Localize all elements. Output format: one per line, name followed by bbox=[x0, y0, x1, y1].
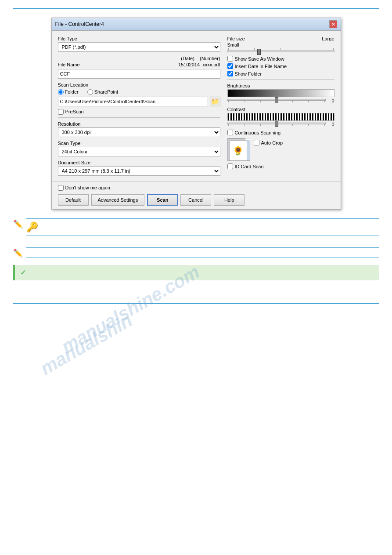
file-type-select[interactable]: PDF (*.pdf) bbox=[58, 42, 220, 52]
brightness-slider-row: 0 bbox=[227, 98, 334, 103]
auto-crop-checkbox[interactable] bbox=[254, 140, 259, 145]
filename-preview: 15102014_xxxx.pdf bbox=[178, 62, 220, 68]
dialog-close-button[interactable]: ✕ bbox=[329, 20, 337, 28]
contrast-slider-track bbox=[227, 123, 326, 124]
cancel-button[interactable]: Cancel bbox=[180, 194, 211, 206]
auto-crop-label: Auto Crop bbox=[261, 140, 283, 145]
path-row: 📁 bbox=[58, 97, 220, 106]
green-check-icon: ✓ bbox=[20, 268, 26, 277]
dialog-body: File Type PDF (*.pdf) File Name (Date) bbox=[52, 31, 341, 181]
pencil-icon-1: ✏️ bbox=[13, 219, 23, 229]
file-size-slider-container bbox=[227, 48, 334, 52]
dialog-left-column: File Type PDF (*.pdf) File Name (Date) bbox=[58, 36, 220, 176]
brightness-label: Brightness bbox=[227, 83, 334, 88]
continuous-scanning-row: Continuous Scanning bbox=[227, 130, 334, 135]
file-size-slider-track bbox=[227, 51, 334, 52]
prescan-label: PreScan bbox=[65, 109, 84, 114]
folder-radio[interactable] bbox=[58, 89, 64, 95]
show-folder-label: Show Folder bbox=[235, 71, 262, 76]
note-2-line-2 bbox=[26, 258, 379, 258]
show-save-as-label: Show Save As Window bbox=[235, 56, 284, 62]
id-card-scan-label: ID Card Scan bbox=[235, 164, 264, 169]
document-size-label: Document Size bbox=[58, 160, 220, 165]
document-size-select[interactable]: A4 210 x 297 mm (8.3 x 11.7 in) bbox=[58, 166, 220, 176]
folder-radio-label: Folder bbox=[65, 89, 79, 94]
dont-show-row: Don't show me again. bbox=[58, 185, 334, 191]
id-card-scan-checkbox[interactable] bbox=[227, 163, 233, 169]
dont-show-label: Don't show me again. bbox=[65, 185, 111, 190]
key-icon-container: 🔑 bbox=[26, 221, 379, 233]
number-label: (Number) bbox=[200, 56, 220, 61]
note-2-lines bbox=[26, 247, 379, 258]
scan-path-input[interactable] bbox=[58, 97, 208, 106]
default-button[interactable]: Default bbox=[58, 194, 89, 206]
insert-date-label: Insert Date in File Name bbox=[235, 64, 287, 69]
resolution-select[interactable]: 300 x 300 dpi bbox=[58, 127, 220, 137]
file-size-large-label: Large bbox=[322, 36, 334, 41]
note-1-section: ✏️ 🔑 bbox=[13, 218, 379, 239]
continuous-scanning-label: Continuous Scanning bbox=[235, 130, 281, 135]
advanced-settings-button[interactable]: Advanced Settings bbox=[91, 194, 145, 206]
sunflower-icon: 🌻 bbox=[233, 145, 244, 156]
dialog-titlebar: File - ControlCenter4 ✕ bbox=[52, 18, 341, 31]
scan-button[interactable]: Scan bbox=[147, 194, 178, 206]
note-1-content: 🔑 bbox=[26, 218, 379, 239]
pencil-icon-2: ✏️ bbox=[13, 248, 23, 258]
file-name-label: File Name bbox=[58, 62, 80, 67]
prescan-checkbox[interactable] bbox=[58, 109, 64, 115]
auto-crop-checkbox-row: Auto Crop bbox=[254, 140, 283, 145]
note-1-bottom-line bbox=[26, 236, 379, 236]
sharepoint-radio-item[interactable]: SharePoint bbox=[87, 89, 118, 95]
file-name-input[interactable] bbox=[58, 69, 220, 79]
date-label: (Date) bbox=[181, 56, 194, 61]
dont-show-checkbox[interactable] bbox=[58, 185, 64, 191]
file-type-label: File Type bbox=[58, 36, 220, 41]
show-folder-row: Show Folder bbox=[227, 71, 334, 76]
controlcenter4-dialog: File - ControlCenter4 ✕ File Type PDF (*… bbox=[51, 18, 341, 210]
show-save-as-row: Show Save As Window bbox=[227, 56, 334, 62]
sharepoint-radio-label: SharePoint bbox=[94, 89, 118, 94]
contrast-bar bbox=[227, 113, 334, 121]
contrast-value: 0 bbox=[327, 122, 334, 127]
bottom-horizontal-rule bbox=[13, 303, 379, 304]
brightness-bar bbox=[227, 89, 334, 97]
dialog-right-column: File size Large Small bbox=[227, 36, 334, 176]
brightness-slider-track-wrapper bbox=[227, 99, 326, 102]
help-button[interactable]: Help bbox=[214, 194, 245, 206]
id-card-scan-row: ID Card Scan bbox=[227, 163, 334, 169]
insert-date-checkbox[interactable] bbox=[227, 63, 233, 69]
contrast-slider-thumb[interactable] bbox=[275, 121, 278, 127]
scan-location-label: Scan Location bbox=[58, 82, 220, 87]
show-save-as-checkbox[interactable] bbox=[227, 56, 233, 62]
scan-type-label: Scan Type bbox=[58, 141, 220, 146]
scan-location-radio-group: Folder SharePoint bbox=[58, 89, 220, 95]
dialog-bottom: Don't show me again. Default Advanced Se… bbox=[52, 181, 341, 209]
sharepoint-radio[interactable] bbox=[87, 89, 93, 95]
note-2-section: ✏️ bbox=[13, 247, 379, 258]
right-section-divider bbox=[227, 79, 334, 80]
key-icon: 🔑 bbox=[26, 221, 38, 233]
resolution-label: Resolution bbox=[58, 121, 220, 127]
file-size-slider-thumb[interactable] bbox=[257, 49, 261, 55]
scan-type-select[interactable]: 24bit Colour bbox=[58, 147, 220, 156]
continuous-scanning-checkbox[interactable] bbox=[227, 130, 233, 135]
date-number-labels: (Date) (Number) bbox=[178, 55, 220, 62]
dialog-title: File - ControlCenter4 bbox=[55, 21, 104, 27]
folder-radio-item[interactable]: Folder bbox=[58, 89, 79, 95]
preview-area: 🌻 Auto Crop bbox=[227, 138, 334, 161]
note-2-line-1 bbox=[26, 247, 379, 248]
auto-crop-row: Auto Crop bbox=[254, 138, 283, 147]
brightness-slider-thumb[interactable] bbox=[275, 97, 278, 103]
button-row: Default Advanced Settings Scan Cancel He… bbox=[58, 194, 334, 206]
page-content: File - ControlCenter4 ✕ File Type PDF (*… bbox=[0, 9, 392, 296]
insert-date-row: Insert Date in File Name bbox=[227, 63, 334, 69]
show-folder-checkbox[interactable] bbox=[227, 71, 233, 76]
note-2-text bbox=[26, 250, 379, 256]
brightness-slider-track bbox=[227, 99, 326, 101]
prescan-row: PreScan bbox=[58, 109, 220, 115]
file-size-row: File size Large bbox=[227, 36, 334, 41]
green-banner: ✓ bbox=[13, 265, 379, 280]
contrast-slider-row: 0 bbox=[227, 122, 334, 127]
browse-folder-button[interactable]: 📁 bbox=[210, 97, 220, 106]
file-size-label: File size bbox=[227, 36, 245, 41]
